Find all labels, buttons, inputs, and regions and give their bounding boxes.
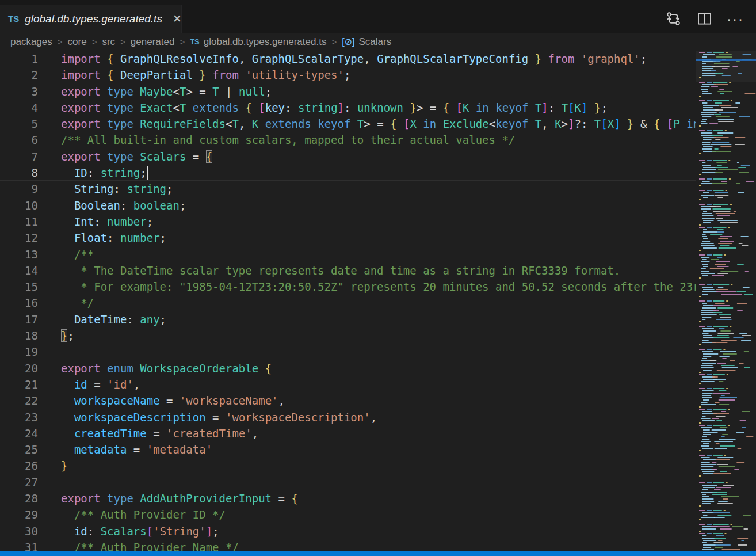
indent-guide xyxy=(68,230,68,246)
code-text: Boolean: boolean; xyxy=(61,197,756,214)
line-number[interactable]: 1 xyxy=(0,51,38,67)
indent-guide xyxy=(68,425,68,441)
line-number[interactable]: 6 xyxy=(0,132,38,148)
breadcrumb-item-file[interactable]: global.db.types.generated.ts xyxy=(204,36,327,48)
open-changes-icon[interactable] xyxy=(665,11,681,27)
code-text: Float: number; xyxy=(61,230,756,246)
code-line-7[interactable]: 7export type Scalars = { xyxy=(0,148,756,165)
code-line-30[interactable]: 30 id: Scalars['String']; xyxy=(0,523,756,539)
line-number[interactable]: 9 xyxy=(0,181,38,197)
line-number[interactable]: 28 xyxy=(0,490,38,507)
code-text: import { GraphQLResolveInfo, GraphQLScal… xyxy=(61,51,756,67)
indent-guide xyxy=(68,214,68,230)
line-number[interactable]: 8 xyxy=(0,165,38,181)
split-editor-icon[interactable] xyxy=(696,11,712,27)
code-line-8[interactable]: 8 ID: string; xyxy=(0,165,756,181)
line-number[interactable]: 25 xyxy=(0,441,38,458)
code-line-17[interactable]: 17 DateTime: any; xyxy=(0,311,756,327)
line-number[interactable]: 13 xyxy=(0,246,38,262)
breadcrumb-item-packages[interactable]: packages xyxy=(10,36,52,48)
breadcrumb-item-generated[interactable]: generated xyxy=(131,36,175,48)
code-text: export type Maybe<T> = T | null; xyxy=(61,83,756,100)
indent-guide xyxy=(68,246,68,262)
code-text: } xyxy=(61,458,756,474)
code-text: ID: string; xyxy=(61,165,756,181)
line-number[interactable]: 22 xyxy=(0,393,38,409)
breadcrumb-item-src[interactable]: src xyxy=(102,36,115,48)
line-number[interactable]: 24 xyxy=(0,425,38,441)
code-line-27[interactable]: 27 xyxy=(0,474,756,490)
code-line-28[interactable]: 28export type AddAuthProviderInput = { xyxy=(0,490,756,507)
code-line-19[interactable]: 19 xyxy=(0,344,756,360)
line-number[interactable]: 29 xyxy=(0,507,38,523)
code-line-6[interactable]: 6/** All built-in and custom scalars, ma… xyxy=(0,132,756,148)
line-number[interactable]: 10 xyxy=(0,197,38,214)
more-actions-icon[interactable]: ··· xyxy=(727,11,743,27)
breadcrumb-item-symbol[interactable]: Scalars xyxy=(358,36,391,48)
code-line-1[interactable]: 1import { GraphQLResolveInfo, GraphQLSca… xyxy=(0,51,756,67)
chevron-right-icon: > xyxy=(180,37,185,47)
line-number[interactable]: 30 xyxy=(0,523,38,539)
line-number[interactable]: 11 xyxy=(0,214,38,230)
code-line-2[interactable]: 2import { DeepPartial } from 'utility-ty… xyxy=(0,67,756,83)
line-number[interactable]: 19 xyxy=(0,344,38,360)
indent-guide xyxy=(68,197,68,214)
line-number[interactable]: 2 xyxy=(0,67,38,83)
breadcrumb-item-core[interactable]: core xyxy=(68,36,87,48)
code-editor[interactable]: 1import { GraphQLResolveInfo, GraphQLSca… xyxy=(0,51,756,556)
line-number[interactable]: 14 xyxy=(0,262,38,279)
editor-actions: ··· xyxy=(665,5,756,33)
line-number[interactable]: 26 xyxy=(0,458,38,474)
code-line-12[interactable]: 12 Float: number; xyxy=(0,230,756,246)
code-line-18[interactable]: 18}; xyxy=(0,327,756,344)
line-number[interactable]: 5 xyxy=(0,116,38,132)
code-line-25[interactable]: 25 metadata = 'metadata' xyxy=(0,441,756,458)
typescript-file-icon: TS xyxy=(8,14,19,24)
code-line-23[interactable]: 23 workspaceDescription = 'workspaceDesc… xyxy=(0,409,756,425)
code-text: /** xyxy=(61,246,756,262)
code-line-26[interactable]: 26} xyxy=(0,458,756,474)
code-line-22[interactable]: 22 workspaceName = 'workspaceName', xyxy=(0,393,756,409)
line-number[interactable]: 3 xyxy=(0,83,38,100)
tab-label: global.db.types.generated.ts xyxy=(25,13,162,25)
line-number[interactable]: 16 xyxy=(0,295,38,311)
code-line-15[interactable]: 15 * For example: "1985-04-12T23:20:50.5… xyxy=(0,279,756,295)
code-line-11[interactable]: 11 Int: number; xyxy=(0,214,756,230)
line-number[interactable]: 27 xyxy=(0,474,38,490)
line-number[interactable]: 23 xyxy=(0,409,38,425)
minimap[interactable] xyxy=(696,51,756,556)
minimap-canvas[interactable] xyxy=(696,51,756,556)
tab-global-db-types-generated[interactable]: TS global.db.types.generated.ts ✕ xyxy=(0,5,182,33)
code-line-13[interactable]: 13 /** xyxy=(0,246,756,262)
code-text: workspaceDescription = 'workspaceDescrip… xyxy=(61,409,756,425)
code-line-9[interactable]: 9 String: string; xyxy=(0,181,756,197)
code-line-24[interactable]: 24 createdTime = 'createdTime', xyxy=(0,425,756,441)
code-text: metadata = 'metadata' xyxy=(61,441,756,458)
line-number[interactable]: 20 xyxy=(0,360,38,376)
code-line-29[interactable]: 29 /** Auth Provider ID */ xyxy=(0,507,756,523)
code-text: */ xyxy=(61,295,756,311)
code-text: }; xyxy=(61,327,756,344)
code-text: /** Auth Provider ID */ xyxy=(61,507,756,523)
text-cursor xyxy=(147,166,148,180)
line-number[interactable]: 15 xyxy=(0,279,38,295)
code-line-21[interactable]: 21 id = 'id', xyxy=(0,376,756,393)
line-number[interactable]: 18 xyxy=(0,327,38,344)
line-number[interactable]: 12 xyxy=(0,230,38,246)
line-number[interactable]: 17 xyxy=(0,311,38,327)
indent-guide xyxy=(68,262,68,279)
code-line-20[interactable]: 20export enum WorkspaceOrderable { xyxy=(0,360,756,376)
tab-close-icon[interactable]: ✕ xyxy=(173,13,182,24)
code-line-3[interactable]: 3export type Maybe<T> = T | null; xyxy=(0,83,756,100)
code-line-4[interactable]: 4export type Exact<T extends { [key: str… xyxy=(0,100,756,116)
code-line-16[interactable]: 16 */ xyxy=(0,295,756,311)
line-number[interactable]: 21 xyxy=(0,376,38,393)
code-line-14[interactable]: 14 * The DateTime scalar type represents… xyxy=(0,262,756,279)
code-line-10[interactable]: 10 Boolean: boolean; xyxy=(0,197,756,214)
line-number[interactable]: 4 xyxy=(0,100,38,116)
line-number[interactable]: 7 xyxy=(0,148,38,165)
code-text: workspaceName = 'workspaceName', xyxy=(61,393,756,409)
code-line-5[interactable]: 5export type RequireFields<T, K extends … xyxy=(0,116,756,132)
indent-guide xyxy=(68,295,68,311)
indent-guide xyxy=(68,279,68,295)
